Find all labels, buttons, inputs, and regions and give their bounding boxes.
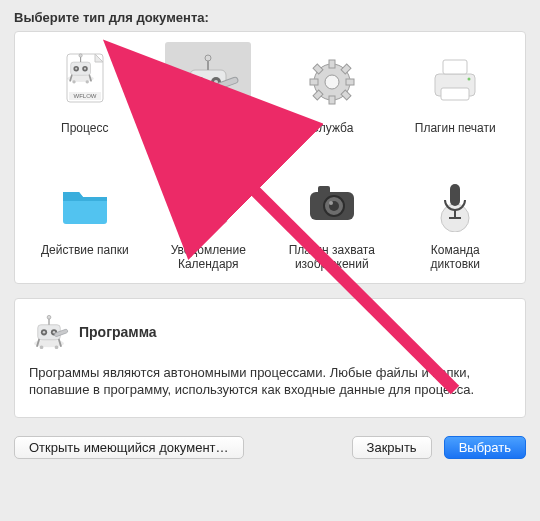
camera-icon bbox=[289, 164, 375, 238]
application-icon bbox=[165, 42, 251, 116]
workflow-icon bbox=[42, 42, 128, 116]
type-image-capture[interactable]: Плагин захвата изображений bbox=[274, 164, 390, 273]
description-title: Программа bbox=[79, 324, 157, 340]
close-button[interactable]: Закрыть bbox=[352, 436, 432, 459]
description-icon bbox=[29, 311, 69, 354]
type-label: Плагин захвата изображений bbox=[274, 242, 390, 273]
type-label: Действие папки bbox=[34, 242, 136, 272]
type-application[interactable]: Программа bbox=[151, 42, 267, 150]
type-label: Уведомление Календаря bbox=[151, 242, 267, 273]
type-print-plugin[interactable]: Плагин печати bbox=[398, 42, 514, 150]
type-grid: Процесс Программа Служба Плагин печати bbox=[27, 42, 513, 273]
type-label: Процесс bbox=[54, 120, 115, 150]
description-body: Программы являются автономными процессам… bbox=[29, 364, 511, 399]
description-panel: Программа Программы являются автономными… bbox=[14, 298, 526, 418]
type-calendar-alarm[interactable]: Уведомление Календаря bbox=[151, 164, 267, 273]
type-folder-action[interactable]: Действие папки bbox=[27, 164, 143, 273]
button-row: Открыть имеющийся документ… Закрыть Выбр… bbox=[14, 436, 526, 459]
type-grid-container: Процесс Программа Служба Плагин печати bbox=[14, 31, 526, 284]
type-service[interactable]: Служба bbox=[274, 42, 390, 150]
type-label: Команда диктовки bbox=[398, 242, 514, 273]
type-label: Служба bbox=[303, 120, 360, 150]
open-existing-button[interactable]: Открыть имеющийся документ… bbox=[14, 436, 244, 459]
type-label: Программа bbox=[170, 120, 247, 150]
calendar-icon bbox=[165, 164, 251, 238]
folder-icon bbox=[42, 164, 128, 238]
type-workflow[interactable]: Процесс bbox=[27, 42, 143, 150]
type-dictation[interactable]: Команда диктовки bbox=[398, 164, 514, 273]
type-label: Плагин печати bbox=[408, 120, 503, 150]
printer-icon bbox=[412, 42, 498, 116]
microphone-icon bbox=[412, 164, 498, 238]
dialog-heading: Выберите тип для документа: bbox=[14, 10, 526, 25]
choose-button[interactable]: Выбрать bbox=[444, 436, 526, 459]
service-icon bbox=[289, 42, 375, 116]
